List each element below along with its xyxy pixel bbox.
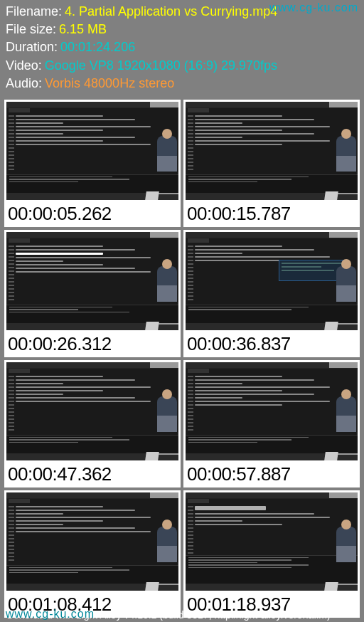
- video-value: Google VP8 1920x1080 (16:9) 29.970fps: [45, 57, 277, 75]
- duration-value: 00:01:24.206: [60, 38, 135, 56]
- video-label: Video:: [6, 57, 42, 75]
- audio-value: Vorbis 48000Hz stereo: [45, 75, 174, 93]
- filesize-label: File size:: [6, 21, 56, 38]
- timestamp-label: 00:00:15.787: [186, 200, 358, 225]
- thumbnail-image: [186, 232, 358, 330]
- thumbnail-item: 00:00:57.887: [183, 360, 360, 487]
- thumbnail-item: 00:00:05.262: [4, 100, 181, 227]
- filesize-value: 6.15 MB: [59, 21, 107, 38]
- thumbnail-grid: 00:00:05.262 00:00:15.787: [0, 97, 364, 621]
- watermark-bottom: www.cg-ku.com: [6, 608, 95, 621]
- thumbnail-image: [6, 102, 178, 200]
- timestamp-label: 00:00:05.262: [6, 200, 178, 225]
- timestamp-label: 00:00:36.837: [186, 330, 358, 355]
- filename-label: Filename:: [6, 3, 62, 21]
- thumbnail-item: 00:00:15.787: [183, 100, 360, 227]
- thumbnail-image: [6, 492, 178, 591]
- thumbnail-image: [6, 362, 178, 460]
- thumbnail-item: 00:00:26.312: [4, 230, 181, 357]
- thumbnail-image: [186, 492, 358, 591]
- metadata-header: Filename: 4. Partial Application vs Curr…: [0, 0, 364, 95]
- thumbnail-image: [186, 362, 358, 460]
- thumbnail-item: 00:00:36.837: [183, 230, 360, 357]
- thumbnail-image: [6, 232, 178, 330]
- thumbnail-item: 00:00:47.362: [4, 360, 181, 487]
- thumbnail-image: [186, 102, 358, 200]
- watermark-top: www.cg-ku.com: [269, 1, 358, 14]
- audio-label: Audio:: [6, 75, 42, 93]
- thumbnail-item: 00:01:08.412: [4, 490, 181, 618]
- timestamp-label: 00:00:26.312: [6, 330, 178, 355]
- duration-label: Duration:: [6, 38, 58, 56]
- thumbnail-item: 00:01:18.937: [183, 490, 360, 618]
- timestamp-label: 00:00:57.887: [186, 460, 358, 485]
- timestamp-label: 00:00:47.362: [6, 460, 178, 485]
- filename-value: 4. Partial Application vs Currying.mp4: [65, 3, 277, 21]
